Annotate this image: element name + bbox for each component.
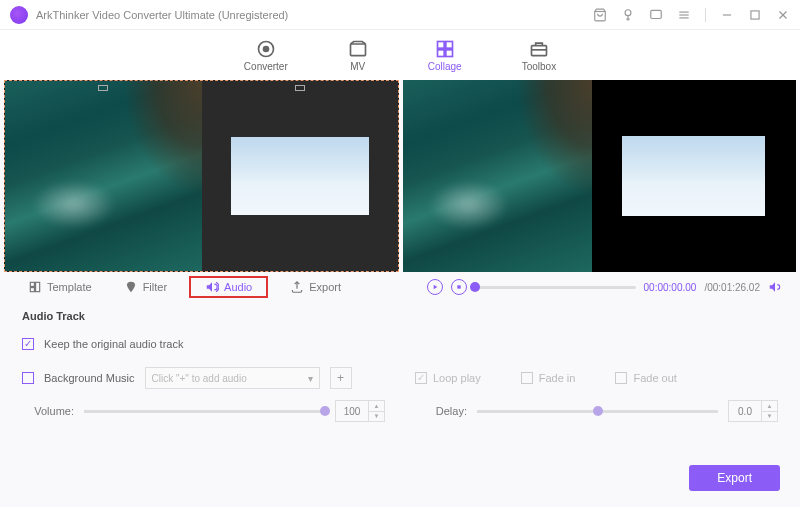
volume-spinner[interactable]: ▲▼ — [335, 400, 385, 422]
loop-checkbox[interactable] — [415, 372, 427, 384]
combo-placeholder: Click "+" to add audio — [152, 373, 247, 384]
converter-icon — [256, 39, 276, 59]
maximize-icon[interactable] — [748, 8, 762, 22]
time-current: 00:00:00.00 — [644, 282, 697, 293]
svg-rect-12 — [751, 10, 759, 18]
audio-heading: Audio Track — [22, 310, 778, 322]
bg-music-label: Background Music — [44, 372, 135, 384]
spin-up[interactable]: ▲ — [762, 401, 777, 412]
subtabs: Template Filter Audio Export — [18, 276, 351, 298]
timeline-handle[interactable] — [470, 282, 480, 292]
subtab-label: Template — [47, 281, 92, 293]
subtab-export[interactable]: Export — [280, 276, 351, 298]
minimize-icon[interactable] — [720, 8, 734, 22]
edit-panel[interactable] — [4, 80, 399, 272]
fadein-checkbox[interactable] — [521, 372, 533, 384]
footer: Export — [689, 465, 780, 491]
svg-rect-27 — [457, 285, 460, 288]
spin-down[interactable]: ▼ — [762, 412, 777, 422]
tab-collage[interactable]: Collage — [428, 39, 462, 72]
subtab-label: Filter — [143, 281, 167, 293]
preview-slot-2 — [592, 80, 796, 272]
volume-label: Volume: — [22, 405, 74, 417]
video-thumbnail — [231, 137, 369, 214]
preview-slot-1 — [403, 80, 592, 272]
keep-original-checkbox[interactable] — [22, 338, 34, 350]
spin-up[interactable]: ▲ — [369, 401, 384, 412]
titlebar: ArkThinker Video Converter Ultimate (Unr… — [0, 0, 800, 30]
toolbox-icon — [529, 39, 549, 59]
tab-label: Converter — [244, 61, 288, 72]
stop-button[interactable] — [451, 279, 467, 295]
fadein-label: Fade in — [539, 372, 576, 384]
volume-icon[interactable] — [768, 280, 782, 294]
keep-original-label: Keep the original audio track — [44, 338, 183, 350]
preview-controls: 00:00:00.00/00:01:26.02 — [427, 279, 782, 295]
fadeout-label: Fade out — [633, 372, 676, 384]
preview-panel — [403, 80, 796, 272]
app-logo — [10, 6, 28, 24]
subtab-filter[interactable]: Filter — [114, 276, 177, 298]
video-thumbnail — [5, 81, 202, 271]
template-icon — [28, 280, 42, 294]
resize-handle[interactable] — [98, 85, 108, 91]
loop-label: Loop play — [433, 372, 481, 384]
fadeout-checkbox[interactable] — [615, 372, 627, 384]
export-icon — [290, 280, 304, 294]
timeline-slider[interactable] — [475, 286, 636, 289]
controls-row: Template Filter Audio Export 00:00:00.00… — [0, 272, 800, 296]
cart-icon[interactable] — [593, 8, 607, 22]
slider-handle[interactable] — [320, 406, 330, 416]
svg-rect-21 — [446, 49, 453, 56]
tab-toolbox[interactable]: Toolbox — [522, 39, 556, 72]
delay-input[interactable] — [729, 401, 761, 421]
menu-icon[interactable] — [677, 8, 691, 22]
close-icon[interactable] — [776, 8, 790, 22]
time-total: /00:01:26.02 — [704, 282, 760, 293]
svg-rect-26 — [30, 288, 34, 292]
delay-slider[interactable] — [477, 410, 718, 413]
feedback-icon[interactable] — [649, 8, 663, 22]
subtab-label: Audio — [224, 281, 252, 293]
svg-rect-4 — [651, 10, 662, 18]
filter-icon — [124, 280, 138, 294]
export-button[interactable]: Export — [689, 465, 780, 491]
add-audio-button[interactable]: + — [330, 367, 352, 389]
svg-rect-17 — [350, 44, 365, 56]
delay-spinner[interactable]: ▲▼ — [728, 400, 778, 422]
tab-mv[interactable]: MV — [348, 39, 368, 72]
volume-input[interactable] — [336, 401, 368, 421]
svg-rect-25 — [36, 282, 40, 291]
spin-down[interactable]: ▼ — [369, 412, 384, 422]
tab-label: MV — [350, 61, 365, 72]
clip-slot-2[interactable] — [202, 81, 399, 271]
tab-converter[interactable]: Converter — [244, 39, 288, 72]
video-thumbnail — [403, 80, 592, 272]
mv-icon — [348, 39, 368, 59]
bg-music-combo[interactable]: Click "+" to add audio — [145, 367, 320, 389]
main-tabs: Converter MV Collage Toolbox — [0, 30, 800, 80]
workspace — [0, 80, 800, 272]
volume-slider[interactable] — [84, 410, 325, 413]
tab-label: Toolbox — [522, 61, 556, 72]
app-title: ArkThinker Video Converter Ultimate (Unr… — [36, 9, 593, 21]
video-thumbnail — [622, 136, 765, 216]
divider — [705, 8, 706, 22]
play-button[interactable] — [427, 279, 443, 295]
delay-label: Delay: — [415, 405, 467, 417]
audio-panel: Audio Track Keep the original audio trac… — [0, 296, 800, 436]
key-icon[interactable] — [621, 8, 635, 22]
bg-music-checkbox[interactable] — [22, 372, 34, 384]
svg-point-1 — [625, 9, 631, 15]
resize-handle[interactable] — [295, 85, 305, 91]
svg-rect-20 — [437, 49, 444, 56]
subtab-template[interactable]: Template — [18, 276, 102, 298]
subtab-audio[interactable]: Audio — [189, 276, 268, 298]
collage-icon — [435, 39, 455, 59]
clip-slot-1[interactable] — [5, 81, 202, 271]
svg-rect-24 — [30, 282, 34, 286]
slider-handle[interactable] — [593, 406, 603, 416]
tab-label: Collage — [428, 61, 462, 72]
svg-rect-19 — [446, 41, 453, 48]
audio-icon — [205, 280, 219, 294]
